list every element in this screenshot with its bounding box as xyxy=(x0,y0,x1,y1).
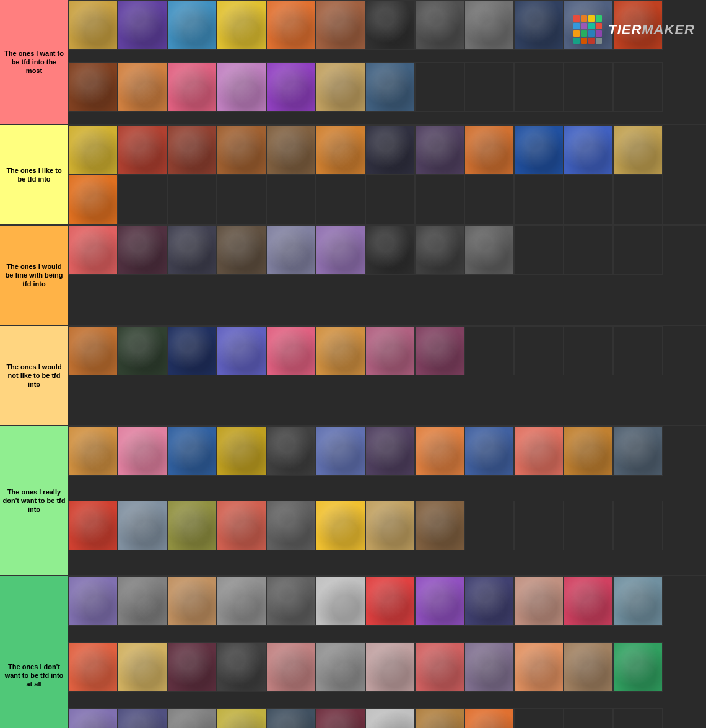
tier-cell xyxy=(365,426,415,476)
logo-grid-cell xyxy=(581,30,587,37)
tier-cell xyxy=(415,708,464,728)
tier-images-area xyxy=(68,576,706,728)
tier-cell xyxy=(464,0,514,50)
tier-cell xyxy=(68,326,118,375)
tier-cell xyxy=(118,426,167,476)
tier-cell xyxy=(167,226,217,275)
tier-cell xyxy=(415,501,464,550)
tier-cell-empty xyxy=(564,326,613,375)
tier-cell xyxy=(266,642,316,692)
tier-cell-empty xyxy=(415,62,464,112)
tier-list: The ones I want to be tfd into the mostT… xyxy=(0,0,706,728)
tier-cell-empty xyxy=(564,175,613,224)
tier-cell xyxy=(464,708,514,728)
tier-cell-empty xyxy=(514,62,564,112)
tier-cell xyxy=(415,125,464,175)
tier-cell xyxy=(217,125,266,175)
tier-cell xyxy=(613,125,663,175)
tier-cell-empty xyxy=(514,175,564,224)
tier-cell xyxy=(266,326,316,375)
logo-grid-cell xyxy=(581,38,587,44)
tier-cell-empty xyxy=(266,175,316,224)
tier-cell xyxy=(167,708,217,728)
tiermaker-logo-text: TiERMAKER xyxy=(608,22,695,38)
tier-cell xyxy=(415,226,464,275)
tier-cell-empty xyxy=(613,708,663,728)
tier-cell xyxy=(365,125,415,175)
tier-cell-empty xyxy=(564,62,613,112)
logo-grid-cell xyxy=(588,38,595,44)
tier-cell xyxy=(464,642,514,692)
tier-cell-empty xyxy=(464,501,514,550)
tier-cell xyxy=(118,125,167,175)
tier-cell xyxy=(68,175,118,224)
tier-cell-empty xyxy=(464,326,514,375)
tier-cell-empty xyxy=(316,175,365,224)
tier-cell-empty xyxy=(564,501,613,550)
tier-cell xyxy=(167,642,217,692)
logo-grid-cell xyxy=(588,30,595,37)
tier-cell xyxy=(266,0,316,50)
tier-cell-empty xyxy=(514,708,564,728)
logo-grid-cell xyxy=(596,38,602,44)
tier-cell xyxy=(266,708,316,728)
logo-grid-cell xyxy=(581,23,587,29)
tier-cell xyxy=(415,326,464,375)
tier-cell xyxy=(464,576,514,626)
tier-cell xyxy=(266,576,316,626)
tier-cell xyxy=(316,226,365,275)
tier-label: The ones I would be fine with being tfd … xyxy=(0,226,68,325)
tier-cell xyxy=(316,0,365,50)
tier-cell xyxy=(316,708,365,728)
tier-cell xyxy=(167,125,217,175)
tier-cell xyxy=(365,501,415,550)
tier-cell-empty xyxy=(564,226,613,275)
tier-cell xyxy=(68,426,118,476)
tier-cell xyxy=(68,125,118,175)
tier-cell xyxy=(365,708,415,728)
tier-cell xyxy=(415,576,464,626)
tier-cell xyxy=(217,426,266,476)
tier-cell xyxy=(118,642,167,692)
logo-grid-cell xyxy=(573,38,580,44)
tier-cell xyxy=(118,501,167,550)
tier-cell xyxy=(217,0,266,50)
tier-cell xyxy=(415,0,464,50)
tier-cell xyxy=(365,226,415,275)
tier-cell-empty xyxy=(217,175,266,224)
tier-cell-empty xyxy=(167,175,217,224)
tier-cell xyxy=(167,501,217,550)
tier-cell xyxy=(415,642,464,692)
tier-cell xyxy=(68,226,118,275)
tier-cell xyxy=(613,426,663,476)
tier-cell xyxy=(68,501,118,550)
tier-cell xyxy=(266,501,316,550)
tier-cell xyxy=(167,62,217,112)
tier-images-area xyxy=(68,326,706,425)
tier-cell xyxy=(118,708,167,728)
tier-cell xyxy=(613,642,663,692)
tier-cell xyxy=(316,326,365,375)
tier-cell xyxy=(514,125,564,175)
tier-cell xyxy=(365,62,415,112)
tier-cell xyxy=(68,642,118,692)
tier-label: The ones I really don't want to be tfd i… xyxy=(0,426,68,575)
tier-cell xyxy=(316,576,365,626)
tier-cell xyxy=(564,426,613,476)
tier-cell xyxy=(118,326,167,375)
tier-label: The ones I want to be tfd into the most xyxy=(0,0,68,124)
tier-cell xyxy=(167,426,217,476)
tier-cell xyxy=(217,326,266,375)
tier-cell xyxy=(514,576,564,626)
tier-cell xyxy=(217,576,266,626)
tier-cell xyxy=(68,708,118,728)
tier-cell-empty xyxy=(613,175,663,224)
logo-area: TiERMAKER xyxy=(552,5,701,55)
tier-label: The ones I would not like to be tfd into xyxy=(0,326,68,425)
tier-cell xyxy=(564,125,613,175)
tier-cell xyxy=(118,226,167,275)
tier-cell xyxy=(365,642,415,692)
logo-grid-cell xyxy=(596,23,602,29)
tier-cell xyxy=(464,125,514,175)
logo-grid-cell xyxy=(596,15,602,22)
